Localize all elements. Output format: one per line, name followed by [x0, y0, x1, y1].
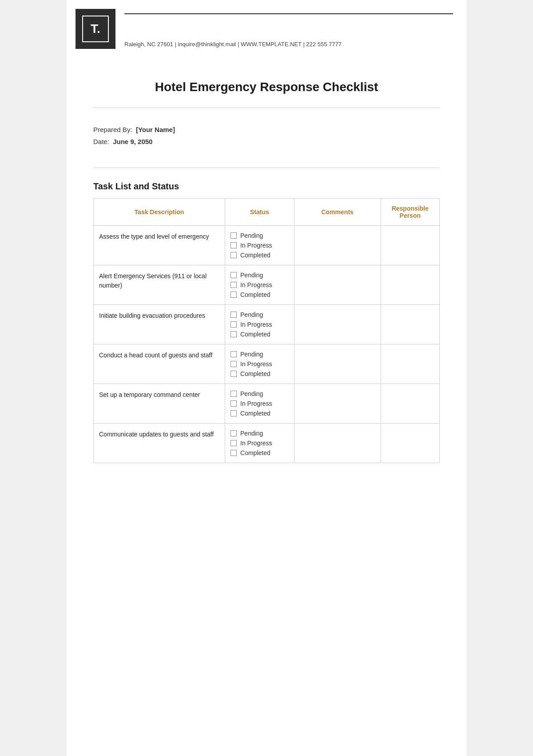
checkbox-icon[interactable] — [231, 292, 237, 298]
responsible-person-cell — [381, 344, 439, 384]
prepared-by-row: Prepared By: [Your Name] — [93, 126, 440, 133]
status-option[interactable]: In Progress — [231, 440, 289, 447]
checkbox-icon[interactable] — [231, 272, 237, 278]
meta-section: Prepared By: [Your Name] Date: June 9, 2… — [93, 117, 440, 159]
content: Hotel Emergency Response Checklist Prepa… — [67, 53, 466, 490]
checkbox-icon[interactable] — [231, 400, 237, 407]
task-description-text: Initiate building evacuation procedures — [99, 312, 205, 319]
status-cell: PendingIn ProgressCompleted — [225, 226, 294, 265]
section-title: Task List and Status — [93, 181, 440, 192]
task-description-text: Conduct a head count of guests and staff — [99, 352, 212, 359]
table-row: Set up a temporary command centerPending… — [94, 384, 440, 424]
table-header-row: Task Description Status Comments Respons… — [94, 199, 440, 226]
header-line — [124, 13, 453, 14]
status-options: PendingIn ProgressCompleted — [231, 311, 289, 338]
logo-box: T. — [76, 9, 115, 49]
page: T. Raleigh, NC 27601 | inquire@thinkligh… — [67, 0, 466, 756]
status-option[interactable]: Pending — [231, 390, 289, 397]
status-option-label: Pending — [240, 232, 263, 239]
checkbox-icon[interactable] — [231, 252, 237, 258]
status-option[interactable]: In Progress — [231, 400, 289, 407]
status-option[interactable]: Completed — [231, 252, 289, 259]
status-cell: PendingIn ProgressCompleted — [225, 344, 294, 384]
col-header-comments: Comments — [294, 199, 381, 226]
logo-inner: T. — [82, 16, 109, 42]
comments-cell — [294, 226, 381, 265]
checkbox-icon[interactable] — [231, 371, 237, 377]
status-option[interactable]: In Progress — [231, 321, 289, 328]
status-option[interactable]: In Progress — [231, 360, 289, 368]
status-cell: PendingIn ProgressCompleted — [225, 305, 294, 344]
status-option-label: Completed — [240, 252, 270, 259]
task-description-cell: Alert Emergency Services (911 or local n… — [94, 265, 225, 305]
status-option-label: In Progress — [240, 242, 272, 249]
comments-cell — [294, 384, 381, 424]
status-option-label: Completed — [240, 370, 270, 377]
checkbox-icon[interactable] — [231, 361, 237, 367]
checkbox-icon[interactable] — [231, 321, 237, 328]
status-option-label: In Progress — [240, 360, 272, 368]
status-cell: PendingIn ProgressCompleted — [225, 384, 294, 424]
status-option[interactable]: Completed — [231, 410, 289, 417]
header-contact: Raleigh, NC 27601 | inquire@thinklight.m… — [124, 41, 453, 48]
status-option[interactable]: Completed — [231, 291, 289, 298]
table-row: Communicate updates to guests and staffP… — [94, 424, 440, 463]
status-option[interactable]: Pending — [231, 232, 289, 239]
task-description-text: Alert Emergency Services (911 or local n… — [99, 272, 207, 289]
status-option-label: Pending — [240, 390, 263, 397]
checklist-table: Task Description Status Comments Respons… — [93, 198, 440, 463]
status-option[interactable]: Pending — [231, 311, 289, 318]
status-option[interactable]: Completed — [231, 331, 289, 338]
status-option-label: Completed — [240, 410, 270, 417]
responsible-person-cell — [381, 424, 439, 463]
col-header-task: Task Description — [94, 199, 225, 226]
divider-bottom — [93, 168, 440, 168]
responsible-person-cell — [381, 384, 439, 424]
status-option-label: In Progress — [240, 400, 272, 407]
task-description-text: Assess the type and level of emergency — [99, 233, 209, 240]
prepared-by-value: [Your Name] — [136, 126, 175, 133]
status-options: PendingIn ProgressCompleted — [231, 272, 289, 298]
header: T. Raleigh, NC 27601 | inquire@thinkligh… — [67, 0, 466, 53]
checkbox-icon[interactable] — [231, 410, 237, 416]
checkbox-icon[interactable] — [231, 450, 237, 456]
status-cell: PendingIn ProgressCompleted — [225, 424, 294, 463]
checkbox-icon[interactable] — [231, 312, 237, 318]
responsible-person-cell — [381, 226, 439, 265]
status-option-label: Completed — [240, 449, 270, 456]
date-row: Date: June 9, 2050 — [93, 138, 440, 145]
comments-cell — [294, 265, 381, 305]
status-option[interactable]: Completed — [231, 370, 289, 377]
table-row: Conduct a head count of guests and staff… — [94, 344, 440, 384]
checkbox-icon[interactable] — [231, 391, 237, 397]
table-row: Alert Emergency Services (911 or local n… — [94, 265, 440, 305]
prepared-by-label: Prepared By: — [93, 126, 132, 133]
status-option-label: Pending — [240, 272, 263, 279]
status-option[interactable]: In Progress — [231, 281, 289, 288]
checkbox-icon[interactable] — [231, 282, 237, 288]
checkbox-icon[interactable] — [231, 242, 237, 248]
col-header-status: Status — [225, 199, 294, 226]
status-option[interactable]: Pending — [231, 430, 289, 437]
checkbox-icon[interactable] — [231, 331, 237, 337]
status-option[interactable]: In Progress — [231, 242, 289, 249]
date-label: Date: — [93, 138, 109, 145]
status-option-label: Completed — [240, 291, 270, 298]
responsible-person-cell — [381, 265, 439, 305]
status-option-label: In Progress — [240, 321, 272, 328]
status-option[interactable]: Pending — [231, 272, 289, 279]
task-description-cell: Set up a temporary command center — [94, 384, 225, 424]
status-option-label: Completed — [240, 331, 270, 338]
responsible-person-cell — [381, 305, 439, 344]
checkbox-icon[interactable] — [231, 232, 237, 239]
checkbox-icon[interactable] — [231, 430, 237, 436]
status-option[interactable]: Completed — [231, 449, 289, 456]
status-options: PendingIn ProgressCompleted — [231, 232, 289, 259]
task-description-text: Set up a temporary command center — [99, 391, 200, 398]
status-option-label: Pending — [240, 311, 263, 318]
header-right: Raleigh, NC 27601 | inquire@thinklight.m… — [124, 9, 453, 48]
checkbox-icon[interactable] — [231, 440, 237, 446]
checkbox-icon[interactable] — [231, 351, 237, 357]
status-options: PendingIn ProgressCompleted — [231, 430, 289, 456]
status-option[interactable]: Pending — [231, 351, 289, 358]
